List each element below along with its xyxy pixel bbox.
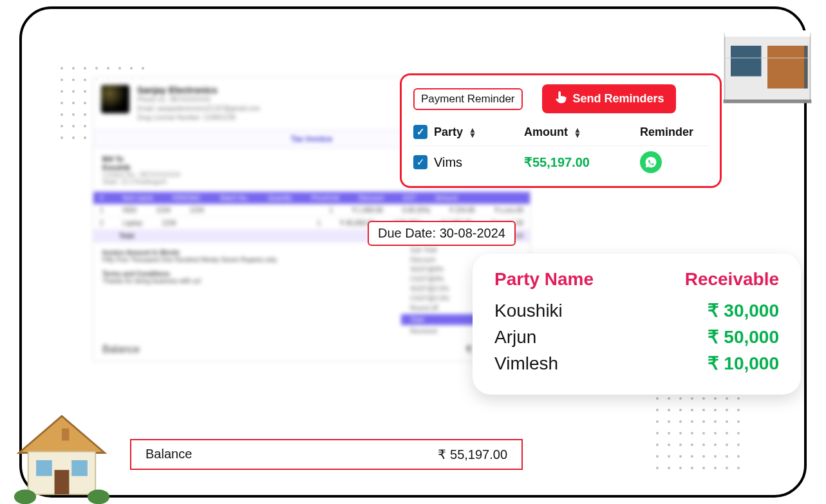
receivable-amount: ₹ 50,000 xyxy=(708,326,779,348)
due-date-value: 30-08-2024 xyxy=(440,226,505,240)
row-checkbox[interactable]: ✓ xyxy=(413,155,427,169)
receivable-row: Vimlesh ₹ 10,000 xyxy=(494,350,779,377)
send-reminders-button[interactable]: Send Reminders xyxy=(542,84,676,113)
balance-value: ₹ 55,197.00 xyxy=(438,447,507,462)
col-party-label[interactable]: Party xyxy=(434,126,463,138)
party-name: Vims xyxy=(434,155,518,170)
svg-rect-4 xyxy=(55,470,70,494)
svg-rect-11 xyxy=(731,46,762,77)
col-reminder-label: Reminder xyxy=(640,126,693,139)
decorative-dots-bottom-right xyxy=(656,397,740,469)
svg-rect-2 xyxy=(36,460,52,476)
send-reminders-label: Send Reminders xyxy=(573,92,664,106)
party-name: Koushiki xyxy=(494,301,563,321)
col-party-name: Party Name xyxy=(494,269,594,290)
svg-rect-12 xyxy=(724,100,812,104)
svg-point-6 xyxy=(14,490,36,505)
svg-rect-5 xyxy=(62,429,69,441)
house-illustration-bottom-left xyxy=(1,386,123,504)
svg-rect-13 xyxy=(804,46,808,89)
select-all-checkbox[interactable]: ✓ xyxy=(413,125,427,139)
tap-icon xyxy=(554,90,568,107)
reminder-row: ✓ Vims ₹55,197.00 xyxy=(413,145,708,178)
party-amount: ₹55,197.00 xyxy=(524,154,634,170)
party-name: Vimlesh xyxy=(494,353,558,374)
sort-icon[interactable]: ▲▼ xyxy=(469,127,476,138)
app-frame: Sanjay Electronics Phone no.: 987XXXXXXX… xyxy=(19,6,807,498)
receivable-card: Party Name Receivable Koushiki ₹ 30,000 … xyxy=(473,254,801,395)
due-date-label: Due Date: xyxy=(378,226,436,240)
payment-reminder-label[interactable]: Payment Reminder xyxy=(413,88,523,110)
party-name: Arjun xyxy=(494,327,536,348)
svg-rect-10 xyxy=(767,46,804,89)
reminder-table-header: ✓ Party ▲▼ Amount ▲▼ Reminder xyxy=(413,122,708,145)
sort-icon[interactable]: ▲▼ xyxy=(574,127,581,138)
company-logo xyxy=(101,85,129,113)
svg-rect-3 xyxy=(71,460,88,476)
company-name: Sanjay Electronics xyxy=(137,85,260,95)
receivable-amount: ₹ 30,000 xyxy=(708,300,779,321)
receivable-amount: ₹ 10,000 xyxy=(708,353,779,374)
col-amount-label[interactable]: Amount xyxy=(524,126,568,138)
payment-reminder-card: Payment Reminder Send Reminders ✓ Party … xyxy=(400,73,722,188)
svg-point-7 xyxy=(88,490,109,505)
balance-highlight: Balance ₹ 55,197.00 xyxy=(130,439,523,470)
col-receivable: Receivable xyxy=(685,269,779,290)
whatsapp-icon[interactable] xyxy=(640,151,662,173)
house-illustration-top-right xyxy=(706,0,826,119)
receivable-row: Arjun ₹ 50,000 xyxy=(494,324,779,350)
receivable-row: Koushiki ₹ 30,000 xyxy=(494,297,779,324)
due-date-highlight: Due Date: 30-08-2024 xyxy=(368,221,516,246)
svg-rect-9 xyxy=(725,30,811,37)
balance-label: Balance xyxy=(145,447,192,462)
